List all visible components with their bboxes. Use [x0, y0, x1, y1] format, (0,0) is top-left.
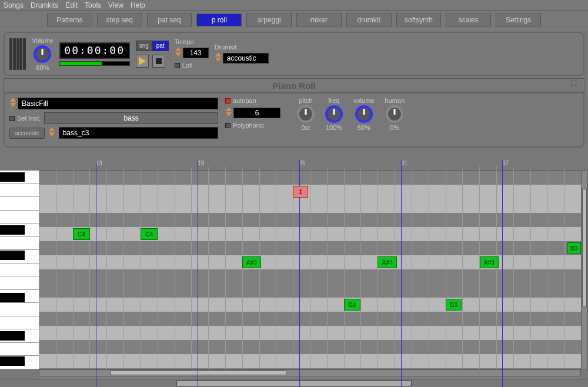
menu-tools[interactable]: Tools [85, 1, 101, 9]
volume-knob[interactable] [34, 45, 51, 63]
drumkit-label: Drumkit [215, 44, 269, 51]
bottom-scrollbar[interactable] [0, 379, 588, 387]
ruler-tick: 25 [299, 160, 306, 166]
voices-spinner[interactable] [225, 106, 232, 119]
knob-pitch: pitch0st [297, 97, 315, 131]
human-knob[interactable] [386, 105, 403, 123]
volume-value: 80% [32, 64, 54, 71]
tab-p-roll[interactable]: p roll [196, 14, 242, 26]
tab-arpeggi[interactable]: arpeggi [246, 14, 292, 26]
piano-roll-titlebar: Piano Roll ⛶ ▫ [4, 78, 584, 92]
play-icon [139, 57, 146, 65]
tab-Settings[interactable]: Settings [496, 14, 541, 26]
piano-roll-title: Piano Roll [272, 81, 315, 91]
tempo-label: Tempo [175, 38, 209, 45]
pitch-knob[interactable] [297, 105, 315, 123]
tab-Patterns[interactable]: Patterns [47, 14, 92, 26]
stop-icon [156, 58, 162, 64]
knob-human: human0% [385, 97, 405, 131]
sng-button[interactable]: sng [136, 41, 152, 51]
vertical-scrollbar[interactable] [581, 171, 588, 369]
note-G3[interactable]: G3 [344, 299, 360, 311]
menu-songs[interactable]: Songs [4, 1, 24, 9]
volume-label: Volume [32, 37, 54, 44]
autopan-checkbox[interactable]: autopan [225, 97, 290, 104]
timecode-display: 00:00:00 [59, 42, 130, 59]
set-inst-checkbox[interactable]: Set Inst. [9, 115, 41, 122]
ruler-tick: 37 [502, 160, 509, 166]
level-meter [9, 38, 26, 70]
note-C4[interactable]: C4 [141, 228, 158, 240]
menu-bar: SongsDrumkitsEditToolsViewHelp [0, 0, 588, 11]
lofi-checkbox[interactable]: Lofi [175, 62, 193, 69]
inst-group[interactable]: bass [44, 112, 218, 124]
maximize-icon[interactable]: ⛶ [571, 80, 577, 86]
tab-drumkit[interactable]: drumkit [346, 14, 392, 26]
progress-bar[interactable] [59, 61, 130, 66]
note-grid[interactable]: 1C4C4B3A#3A#3A#3G3G3 [39, 171, 581, 369]
piano-keys[interactable] [0, 171, 39, 369]
ruler-tick: 31 [401, 160, 407, 166]
note-G3[interactable]: G3 [446, 299, 462, 311]
note-A#3[interactable]: A#3 [377, 256, 396, 268]
menu-help[interactable]: Help [131, 1, 145, 9]
restore-icon[interactable]: ▫ [579, 80, 582, 86]
note-A#3[interactable]: A#3 [242, 256, 261, 268]
freq-knob[interactable] [325, 105, 343, 123]
tempo-value[interactable]: 143 [183, 48, 209, 58]
ruler[interactable]: 1319253137 [39, 160, 581, 171]
menu-edit[interactable]: Edit [65, 1, 78, 9]
tab-softsynth[interactable]: softsynth [396, 14, 442, 26]
inst-kit-button[interactable]: accoustic [9, 128, 45, 139]
drumkit-select[interactable]: accoustic [223, 53, 269, 64]
ruler-tick: 19 [198, 160, 204, 166]
knob-volume: volume60% [353, 97, 374, 131]
horizontal-scrollbar[interactable] [39, 369, 581, 376]
menu-drumkits[interactable]: Drumkits [31, 1, 58, 9]
pattern-spinner[interactable] [9, 97, 16, 110]
menu-view[interactable]: View [108, 1, 123, 9]
tab-step-seq[interactable]: step seq [97, 14, 142, 26]
pattern-name[interactable]: BasicFill [18, 98, 218, 109]
tab-scales[interactable]: scales [446, 14, 491, 26]
tempo-spinner[interactable] [175, 46, 182, 59]
piano-roll-params: BasicFill Set Inst. bass accoustic bass_… [4, 92, 584, 148]
play-button[interactable] [136, 55, 149, 68]
inst-sample[interactable]: bass_c3 [59, 127, 218, 139]
volume-block: Volume 80% [32, 37, 54, 71]
ruler-tick: 13 [96, 160, 102, 166]
stop-button[interactable] [152, 55, 165, 68]
polyphonic-checkbox[interactable]: Polyphonic [225, 122, 290, 129]
note-C4[interactable]: C4 [73, 228, 90, 240]
volume-knob[interactable] [355, 105, 373, 123]
tab-bar: Patternsstep seqpat seqp rollarpeggimixe… [0, 11, 588, 29]
piano-roll-editor: 1319253137 1C4C4B3A#3A#3A#3G3G3 [0, 160, 588, 376]
tab-pat-seq[interactable]: pat seq [147, 14, 192, 26]
note-B3[interactable]: B3 [567, 242, 581, 254]
transport-panel: Volume 80% 00:00:00 sng pat Tempo 143 Lo… [4, 32, 584, 76]
pat-button[interactable]: pat [152, 41, 169, 51]
drumkit-spinner[interactable] [215, 52, 222, 65]
note-A#3[interactable]: A#3 [480, 256, 499, 268]
voices-value[interactable]: 6 [233, 108, 280, 118]
tab-mixer[interactable]: mixer [296, 14, 342, 26]
sample-spinner[interactable] [48, 126, 55, 139]
knob-freq: freq100% [325, 97, 343, 131]
note-1[interactable]: 1 [293, 186, 308, 198]
